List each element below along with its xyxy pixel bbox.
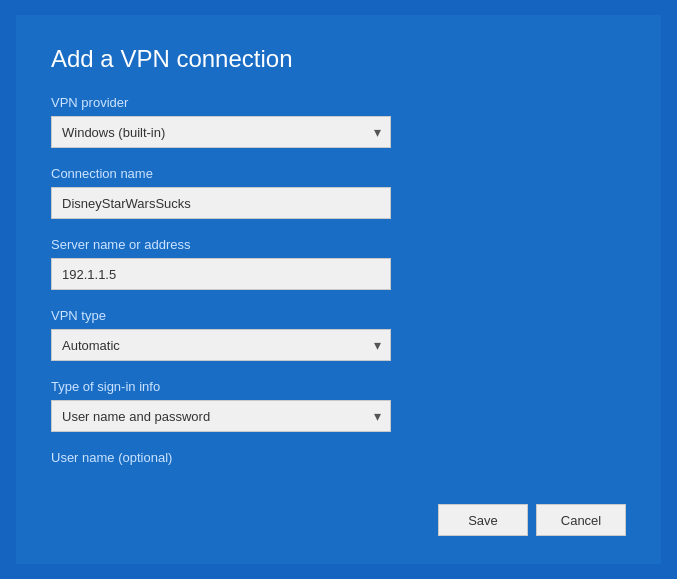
vpn-provider-label: VPN provider [51,95,626,110]
username-group: User name (optional) [51,450,626,465]
vpn-provider-select[interactable]: Windows (built-in) [51,116,391,148]
username-label: User name (optional) [51,450,626,465]
sign-in-type-label: Type of sign-in info [51,379,626,394]
connection-name-input[interactable] [51,187,391,219]
footer-buttons: Save Cancel [438,504,626,536]
server-name-group: Server name or address [51,237,626,290]
vpn-dialog: Add a VPN connection VPN provider Window… [16,15,661,564]
vpn-type-select[interactable]: Automatic [51,329,391,361]
vpn-type-label: VPN type [51,308,626,323]
cancel-button[interactable]: Cancel [536,504,626,536]
save-button[interactable]: Save [438,504,528,536]
vpn-type-select-wrapper[interactable]: Automatic [51,329,391,361]
sign-in-type-group: Type of sign-in info User name and passw… [51,379,626,432]
vpn-type-group: VPN type Automatic [51,308,626,361]
vpn-provider-group: VPN provider Windows (built-in) [51,95,626,148]
connection-name-group: Connection name [51,166,626,219]
connection-name-label: Connection name [51,166,626,181]
sign-in-type-select[interactable]: User name and password [51,400,391,432]
server-name-label: Server name or address [51,237,626,252]
dialog-title: Add a VPN connection [51,45,626,73]
vpn-provider-select-wrapper[interactable]: Windows (built-in) [51,116,391,148]
server-name-input[interactable] [51,258,391,290]
sign-in-type-select-wrapper[interactable]: User name and password [51,400,391,432]
